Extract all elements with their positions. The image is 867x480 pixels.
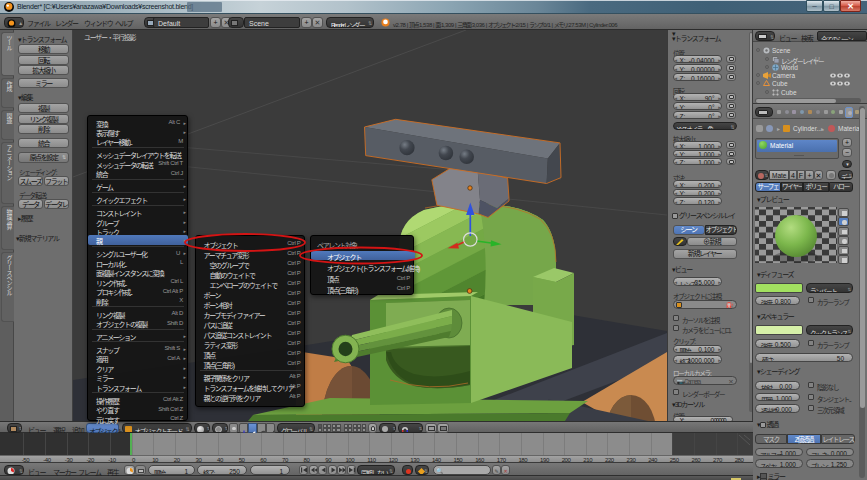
svg-text:ユーザー・平行投影: ユーザー・平行投影 (84, 33, 136, 42)
